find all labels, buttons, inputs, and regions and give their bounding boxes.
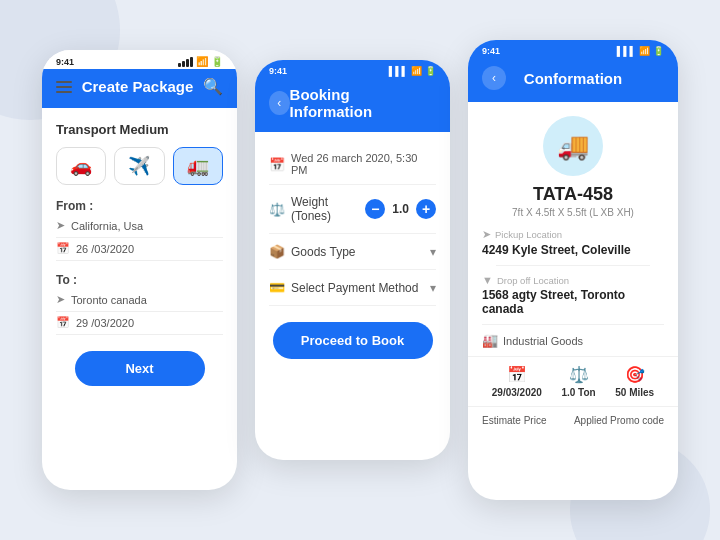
transport-plane[interactable]: ✈️ [114, 147, 164, 185]
to-date-value: 29 /03/2020 [76, 317, 134, 329]
info-section: ➤ Pickup Location 4249 Kyle Street, Cole… [468, 228, 678, 316]
divider-2 [482, 324, 664, 325]
vehicle-dims: 7ft X 4.5ft X 5.5ft (L XB XH) [512, 207, 634, 218]
stat-distance: 🎯 50 Miles [615, 365, 654, 398]
phone-booking: 9:41 ▌▌▌ 📶 🔋 ‹ Booking Information 📅 Wed… [255, 60, 450, 460]
status-icons-1: 📶 🔋 [178, 56, 223, 67]
transport-label: Transport Medium [56, 122, 223, 137]
status-icons-3: ▌▌▌ 📶 🔋 [617, 46, 664, 56]
status-icons-2: ▌▌▌ 📶 🔋 [389, 66, 436, 76]
payment-label: Select Payment Method [291, 281, 418, 295]
stat-distance-value: 50 Miles [615, 387, 654, 398]
dropoff-value: 1568 agty Street, Toronto canada [482, 288, 664, 316]
dropoff-row: ▼ Drop off Location 1568 agty Street, To… [482, 274, 664, 316]
transport-car[interactable]: 🚗 [56, 147, 106, 185]
phone3-header: ‹ Conformation [468, 58, 678, 102]
goods-icon-3: 🏭 [482, 333, 498, 348]
weight-control: − 1.0 + [365, 199, 436, 219]
phone3-title: Conformation [524, 70, 622, 87]
goods-icon: 📦 [269, 244, 285, 259]
goods-chevron: ▾ [430, 245, 436, 259]
stats-row: 📅 29/03/2020 ⚖️ 1.0 Ton 🎯 50 Miles [468, 356, 678, 406]
from-location-row: ➤ California, Usa [56, 219, 223, 238]
back-button-3[interactable]: ‹ [482, 66, 506, 90]
transport-options: 🚗 ✈️ 🚛 [56, 147, 223, 185]
estimate-price-label: Estimate Price [482, 415, 546, 426]
status-time-1: 9:41 [56, 57, 74, 67]
status-bar-1: 9:41 📶 🔋 [42, 50, 237, 69]
stat-weight-icon: ⚖️ [569, 365, 589, 384]
weight-icon: ⚖️ [269, 202, 285, 217]
phone2-header: ‹ Booking Information [255, 78, 450, 132]
date-value: Wed 26 march 2020, 5:30 PM [291, 152, 436, 176]
estimate-price-btn[interactable]: Estimate Price [482, 415, 546, 426]
weight-row: ⚖️ Weight (Tones) − 1.0 + [269, 185, 436, 234]
to-location-icon: ➤ [56, 293, 65, 306]
phone1-content: Transport Medium 🚗 ✈️ 🚛 From : ➤ Califor… [42, 108, 237, 400]
weight-value: 1.0 [392, 202, 409, 216]
vehicle-section: 🚚 TATA-458 7ft X 4.5ft X 5.5ft (L XB XH) [468, 102, 678, 228]
payment-chevron: ▾ [430, 281, 436, 295]
proceed-button[interactable]: Proceed to Book [273, 322, 433, 359]
weight-plus-btn[interactable]: + [416, 199, 436, 219]
pickup-value: 4249 Kyle Street, Coleville [482, 243, 664, 257]
stat-weight-value: 1.0 Ton [561, 387, 595, 398]
phone2-content: 📅 Wed 26 march 2020, 5:30 PM ⚖️ Weight (… [255, 132, 450, 371]
goods-row-left: 📦 Goods Type [269, 244, 356, 259]
to-date-row: 📅 29 /03/2020 [56, 316, 223, 335]
date-icon: 📅 [269, 157, 285, 172]
from-date-value: 26 /03/2020 [76, 243, 134, 255]
goods-row[interactable]: 📦 Goods Type ▾ [269, 234, 436, 270]
next-button[interactable]: Next [75, 351, 205, 386]
payment-row-left: 💳 Select Payment Method [269, 280, 418, 295]
date-row: 📅 Wed 26 march 2020, 5:30 PM [269, 144, 436, 185]
from-group: From : ➤ California, Usa 📅 26 /03/2020 [56, 199, 223, 261]
phone-confirmation: 9:41 ▌▌▌ 📶 🔋 ‹ Conformation 🚚 TATA-458 7… [468, 40, 678, 500]
search-icon[interactable]: 🔍 [203, 77, 223, 96]
back-button[interactable]: ‹ [269, 91, 290, 115]
phone2-title: Booking Information [290, 86, 416, 120]
from-date-row: 📅 26 /03/2020 [56, 242, 223, 261]
from-location-icon: ➤ [56, 219, 65, 232]
status-time-2: 9:41 [269, 66, 287, 76]
vehicle-icon: 🚚 [543, 116, 603, 176]
dropoff-icon: ▼ [482, 274, 493, 286]
goods-label: Goods Type [291, 245, 356, 259]
phone1-header: Create Package 🔍 [42, 69, 237, 108]
goods-type: Industrial Goods [503, 335, 583, 347]
stat-date-icon: 📅 [507, 365, 527, 384]
to-location-row: ➤ Toronto canada [56, 293, 223, 312]
pickup-row: ➤ Pickup Location 4249 Kyle Street, Cole… [482, 228, 664, 257]
from-date-icon: 📅 [56, 242, 70, 255]
to-location-value: Toronto canada [71, 294, 147, 306]
to-label: To : [56, 273, 223, 287]
payment-row[interactable]: 💳 Select Payment Method ▾ [269, 270, 436, 306]
promo-code-btn[interactable]: Applied Promo code [574, 415, 664, 426]
to-date-icon: 📅 [56, 316, 70, 329]
vehicle-name: TATA-458 [533, 184, 613, 205]
from-location-value: California, Usa [71, 220, 143, 232]
status-time-3: 9:41 [482, 46, 500, 56]
weight-minus-btn[interactable]: − [365, 199, 385, 219]
status-bar-3: 9:41 ▌▌▌ 📶 🔋 [468, 40, 678, 58]
promo-code-label: Applied Promo code [574, 415, 664, 426]
goods-row-3: 🏭 Industrial Goods [468, 333, 678, 356]
stat-date-value: 29/03/2020 [492, 387, 542, 398]
divider-1 [496, 265, 650, 266]
dropoff-label: ▼ Drop off Location [482, 274, 664, 286]
weight-label: Weight (Tones) [291, 195, 365, 223]
payment-icon: 💳 [269, 280, 285, 295]
phone-create-package: 9:41 📶 🔋 Create Package 🔍 Transport Medi… [42, 50, 237, 490]
transport-truck[interactable]: 🚛 [173, 147, 223, 185]
pickup-icon: ➤ [482, 228, 491, 241]
status-bar-2: 9:41 ▌▌▌ 📶 🔋 [255, 60, 450, 78]
stat-date: 📅 29/03/2020 [492, 365, 542, 398]
stat-weight: ⚖️ 1.0 Ton [561, 365, 595, 398]
bottom-row: Estimate Price Applied Promo code [468, 406, 678, 426]
phone1-title: Create Package [82, 78, 194, 95]
menu-icon[interactable] [56, 81, 72, 93]
to-group: To : ➤ Toronto canada 📅 29 /03/2020 [56, 273, 223, 335]
stat-distance-icon: 🎯 [625, 365, 645, 384]
from-label: From : [56, 199, 223, 213]
pickup-label: ➤ Pickup Location [482, 228, 664, 241]
